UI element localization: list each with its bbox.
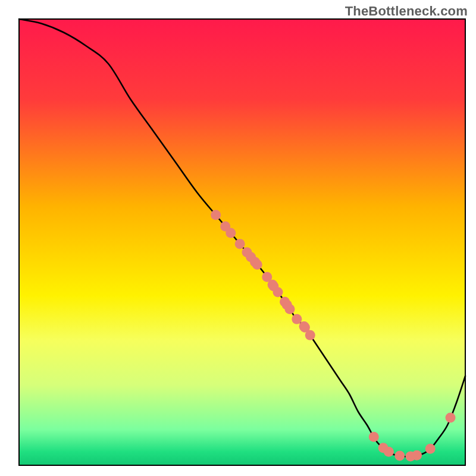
curve-marker [252, 259, 262, 270]
curve-marker [273, 287, 283, 297]
curve-marker [285, 304, 295, 314]
curve-marker [305, 330, 315, 340]
curve-marker [211, 210, 221, 220]
plot-area [19, 19, 465, 465]
bottleneck-chart [0, 0, 476, 476]
watermark-text: TheBottleneck.com [345, 4, 468, 19]
curve-marker [445, 413, 455, 423]
curve-marker [394, 450, 405, 461]
curve-marker [412, 450, 422, 461]
curve-marker [425, 444, 436, 454]
curve-marker [384, 447, 394, 457]
curve-marker [369, 432, 379, 442]
curve-marker [292, 314, 302, 324]
curve-marker [235, 239, 245, 249]
curve-marker [226, 228, 236, 238]
